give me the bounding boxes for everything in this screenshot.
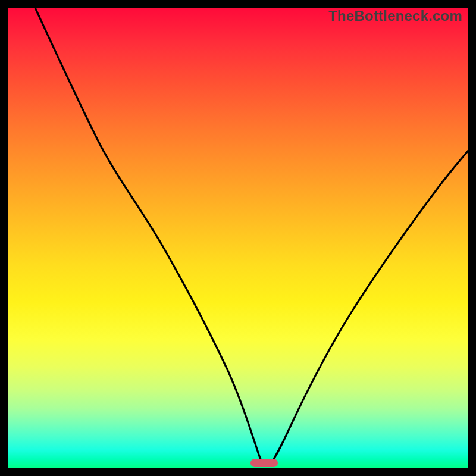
chart-frame: TheBottleneck.com xyxy=(8,8,468,468)
bottleneck-curve xyxy=(8,8,468,468)
minimum-marker xyxy=(250,459,278,467)
